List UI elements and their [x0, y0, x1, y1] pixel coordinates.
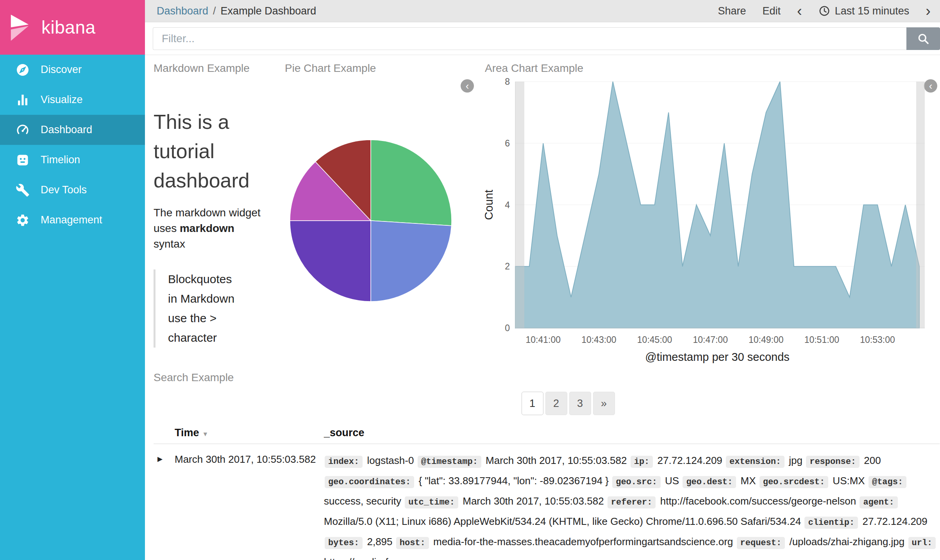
time-range-label: Last 15 minutes	[835, 5, 910, 17]
field-key-badge: extension:	[726, 456, 785, 468]
pie-slice[interactable]	[290, 221, 371, 301]
pie-chart	[289, 139, 453, 303]
table-row: ▶March 30th 2017, 10:55:03.582index: log…	[154, 444, 940, 560]
field-key-badge: geo.coordinates:	[325, 476, 414, 488]
field-key-badge: url:	[908, 537, 936, 549]
field-key-badge: host:	[396, 537, 429, 549]
svg-text:2: 2	[505, 261, 510, 271]
sidebar-item-visualize[interactable]: Visualize	[0, 85, 145, 115]
sidebar-item-dev-tools[interactable]: Dev Tools	[0, 175, 145, 205]
clock-icon	[818, 5, 830, 17]
main-area: Dashboard / Example Dashboard Share Edit…	[145, 0, 940, 560]
field-key-badge: request:	[737, 537, 785, 549]
field-key-badge: index:	[325, 456, 363, 468]
time-column-header[interactable]: Time▼	[175, 427, 324, 439]
field-key-badge: geo.srcdest:	[760, 476, 828, 488]
pie-slice[interactable]	[371, 221, 452, 301]
pagination-page-button[interactable]: 1	[522, 392, 543, 415]
search-button[interactable]	[906, 27, 940, 50]
svg-text:Count: Count	[485, 190, 495, 220]
dashboard-gauge-icon	[16, 123, 30, 137]
wrench-icon	[16, 183, 30, 197]
svg-text:10:41:00: 10:41:00	[526, 335, 561, 345]
dashboard-content: Markdown Example Pie Chart Example Area …	[145, 55, 940, 560]
sidebar-item-label: Dev Tools	[41, 184, 87, 196]
table-header: Time▼ _source	[154, 427, 940, 444]
pagination-page-button[interactable]: 2	[545, 392, 567, 415]
field-key-badge: ip:	[631, 456, 653, 468]
row-expand-icon[interactable]: ▶	[154, 451, 175, 463]
filter-input[interactable]	[153, 27, 906, 50]
svg-text:10:53:00: 10:53:00	[860, 335, 895, 345]
sidebar-item-dashboard[interactable]: Dashboard	[0, 115, 145, 145]
field-key-badge: geo.src:	[612, 476, 661, 488]
sidebar-item-label: Discover	[41, 64, 82, 76]
sidebar-item-timelion[interactable]: Timelion	[0, 145, 145, 175]
visualize-bar-chart-icon	[16, 93, 30, 107]
area-chart: 0246810:41:0010:43:0010:45:0010:47:0010:…	[485, 74, 940, 367]
row-source: index: logstash-0 @timestamp: March 30th…	[324, 451, 940, 560]
pagination: 123»	[154, 392, 940, 415]
sidebar-item-label: Visualize	[41, 94, 83, 106]
field-key-badge: bytes:	[325, 537, 363, 549]
svg-text:10:47:00: 10:47:00	[693, 335, 728, 345]
table-body: ▶March 30th 2017, 10:55:03.582index: log…	[154, 444, 940, 560]
field-key-badge: geo.dest:	[683, 476, 736, 488]
pagination-page-button[interactable]: 3	[569, 392, 591, 415]
markdown-blockquote: Blockquotes in Markdown use the > charac…	[154, 269, 243, 348]
svg-text:8: 8	[505, 77, 510, 87]
kibana-logo-mark	[10, 12, 33, 43]
time-back-chevron-icon[interactable]: ‹	[797, 4, 802, 18]
breadcrumb-dashboard-link[interactable]: Dashboard	[157, 5, 208, 17]
search-icon	[917, 32, 930, 45]
field-key-badge: clientip:	[804, 517, 858, 529]
kibana-logo[interactable]: kibana	[0, 0, 145, 55]
kibana-logo-text: kibana	[41, 17, 96, 38]
row-time: March 30th 2017, 10:55:03.582	[175, 451, 324, 465]
field-key-badge: response:	[806, 456, 860, 468]
markdown-body: The markdown widget uses markdown syntax	[154, 205, 264, 252]
timelion-icon	[16, 153, 30, 167]
time-forward-chevron-icon[interactable]: ›	[926, 4, 931, 18]
discover-compass-icon	[16, 63, 30, 77]
kibana-app: kibana Discover Visualize	[0, 0, 940, 560]
sidebar-item-label: Dashboard	[41, 124, 92, 136]
field-key-badge: @timestamp:	[418, 456, 481, 468]
sidebar-item-label: Management	[41, 214, 102, 226]
sidebar-item-discover[interactable]: Discover	[0, 55, 145, 85]
search-panel: Search Example 123» Time▼ _source ▶March…	[154, 371, 940, 560]
gear-icon	[16, 213, 30, 227]
sidebar-item-management[interactable]: Management	[0, 205, 145, 235]
sidebar: kibana Discover Visualize	[0, 0, 145, 560]
svg-text:4: 4	[505, 200, 510, 210]
svg-text:10:43:00: 10:43:00	[581, 335, 617, 345]
svg-text:10:49:00: 10:49:00	[749, 335, 784, 345]
field-key-badge: @tags:	[869, 476, 906, 488]
svg-text:@timestamp per 30 seconds: @timestamp per 30 seconds	[645, 351, 790, 363]
source-column-header: _source	[324, 427, 940, 439]
filter-bar	[145, 22, 940, 55]
field-key-badge: referer:	[608, 496, 656, 508]
sidebar-item-label: Timelion	[41, 154, 80, 166]
svg-text:6: 6	[505, 138, 510, 148]
svg-text:10:51:00: 10:51:00	[804, 335, 840, 345]
breadcrumb-current: Example Dashboard	[221, 5, 316, 17]
pie-slice[interactable]	[371, 140, 452, 226]
svg-text:0: 0	[505, 323, 510, 333]
sidebar-nav: Discover Visualize Dashboard	[0, 55, 145, 235]
edit-button[interactable]: Edit	[763, 5, 781, 17]
markdown-heading: This is a tutorial dashboard	[154, 107, 283, 195]
sort-caret-icon: ▼	[202, 431, 209, 437]
share-button[interactable]: Share	[718, 5, 746, 17]
topbar-actions: Share Edit ‹ Last 15 minutes ›	[718, 4, 931, 18]
panel-collapse-chevron-icon[interactable]: ‹	[461, 79, 474, 93]
time-range-picker[interactable]: Last 15 minutes	[818, 5, 910, 17]
search-panel-title: Search Example	[154, 371, 940, 384]
markdown-panel: This is a tutorial dashboard The markdow…	[154, 62, 283, 348]
pagination-next-button[interactable]: »	[593, 392, 615, 415]
area-panel-title: Area Chart Example	[485, 62, 583, 75]
field-key-badge: agent:	[860, 496, 897, 508]
topbar: Dashboard / Example Dashboard Share Edit…	[145, 0, 940, 22]
field-key-badge: utc_time:	[405, 496, 458, 508]
pie-panel-title: Pie Chart Example	[285, 62, 376, 75]
